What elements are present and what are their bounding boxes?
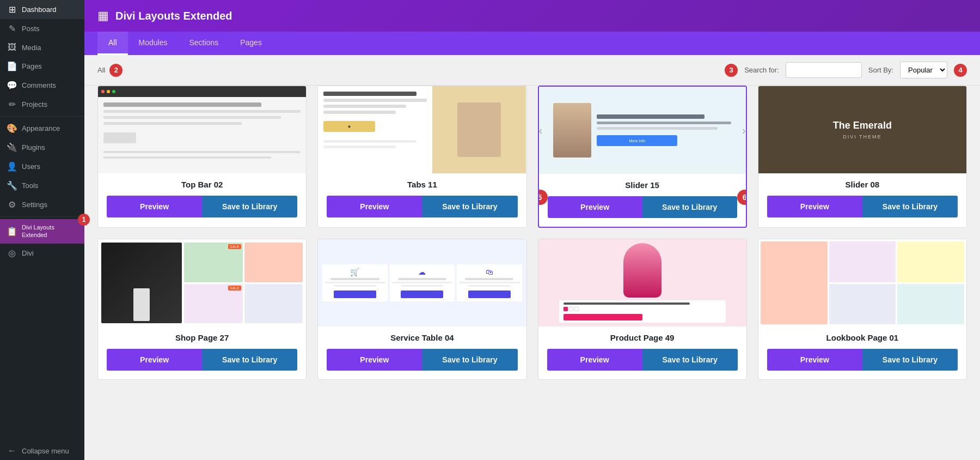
card-thumb-emerald: The Emerald DIVI THEME	[758, 86, 966, 173]
save-button-product49[interactable]: Save to Library	[642, 349, 738, 371]
card-actions-topbar: Preview Save to Library	[98, 196, 306, 226]
sidebar-item-divi-layouts-extended[interactable]: 📋 Divi Layouts Extended 1	[0, 219, 84, 244]
tab-sections[interactable]: Sections	[178, 32, 229, 55]
collapse-icon: ←	[7, 446, 17, 456]
card-thumb-shop: SALE SALE	[98, 239, 306, 326]
tab-modules[interactable]: Modules	[128, 32, 179, 55]
posts-icon: ✎	[7, 23, 17, 34]
plugin-header: ▦ Divi Layouts Extended	[84, 0, 980, 32]
sidebar-item-settings[interactable]: ⚙ Settings	[0, 195, 84, 214]
badge-1: 1	[78, 214, 90, 226]
save-button-topbar[interactable]: Save to Library	[202, 196, 297, 217]
sidebar-item-media[interactable]: 🖼 Media	[0, 38, 84, 57]
settings-icon: ⚙	[7, 199, 17, 210]
preview-button-lookbook01[interactable]: Preview	[767, 349, 862, 371]
filter-all-label[interactable]: All	[97, 66, 105, 74]
tab-pages[interactable]: Pages	[229, 32, 273, 55]
preview-button-service04[interactable]: Preview	[327, 349, 422, 371]
users-icon: 👤	[7, 161, 17, 172]
card-product-page-49: Product Page 49 Preview Save to Library	[538, 239, 747, 380]
dashboard-icon: ⊞	[7, 4, 17, 15]
card-tabs-11: ★ Tabs 11 Preview Save to Library	[317, 86, 526, 228]
sidebar-item-tools[interactable]: 🔧 Tools	[0, 176, 84, 195]
save-button-lookbook01[interactable]: Save to Library	[862, 349, 958, 371]
save-button-slider08[interactable]: Save to Library	[862, 196, 958, 217]
main-content: ▦ Divi Layouts Extended All Modules Sect…	[84, 0, 980, 460]
sidebar-item-projects[interactable]: ✏ Projects	[0, 95, 84, 114]
sort-label: Sort By:	[868, 66, 893, 74]
save-button-service04[interactable]: Save to Library	[422, 349, 517, 371]
card-title-tabs: Tabs 11	[318, 173, 526, 196]
sidebar-item-label: Divi Layouts Extended	[22, 223, 78, 239]
card-actions-tabs: Preview Save to Library	[318, 196, 526, 226]
preview-button-slider08[interactable]: Preview	[767, 196, 862, 217]
card-thumb-topbar	[98, 86, 306, 173]
card-shop-page-27: SALE SALE Shop Page 27	[97, 239, 307, 380]
cards-area: Top Bar 02 Preview Save to Library	[84, 86, 980, 460]
plugin-header-icon: ▦	[97, 9, 109, 23]
sidebar-item-comments[interactable]: 💬 Comments	[0, 76, 84, 95]
card-slider-15: ‹ More Info › Slider 1	[538, 86, 747, 228]
sidebar-item-label: Settings	[22, 201, 47, 209]
sidebar-item-pages[interactable]: 📄 Pages	[0, 57, 84, 76]
card-thumb-product	[538, 239, 746, 326]
card-actions-lookbook01: Preview Save to Library	[758, 349, 966, 379]
plugin-header-title: Divi Layouts Extended	[115, 10, 232, 22]
save-button-shop27[interactable]: Save to Library	[202, 349, 297, 371]
sidebar: ⊞ Dashboard ✎ Posts 🖼 Media 📄 Pages 💬 Co…	[0, 0, 84, 460]
card-title-lookbook01: Lookbook Page 01	[758, 326, 966, 349]
sidebar-item-label: Tools	[22, 181, 38, 190]
emerald-title: The Emerald	[833, 120, 892, 131]
card-title-slider08: Slider 08	[758, 173, 966, 196]
sidebar-item-label: Comments	[22, 81, 56, 89]
card-thumb-tabs: ★	[318, 86, 526, 173]
card-title-slider15: Slider 15	[539, 174, 746, 196]
save-button-slider15[interactable]: Save to Library	[642, 196, 737, 218]
divi-layouts-icon: 📋	[7, 226, 17, 237]
sidebar-item-users[interactable]: 👤 Users	[0, 157, 84, 176]
card-thumb-service: 🛒 ☁	[318, 239, 526, 326]
sidebar-item-label: Projects	[22, 100, 47, 108]
comments-icon: 💬	[7, 80, 17, 90]
sidebar-item-collapse[interactable]: ← Collapse menu	[0, 441, 84, 460]
sidebar-item-label: Appearance	[22, 124, 60, 132]
badge-4: 4	[954, 64, 967, 77]
card-title-shop27: Shop Page 27	[98, 326, 306, 349]
badge-3: 3	[725, 64, 738, 77]
card-title-service04: Service Table 04	[318, 326, 526, 349]
sidebar-item-plugins[interactable]: 🔌 Plugins	[0, 138, 84, 157]
sidebar-item-label: Dashboard	[22, 5, 57, 14]
card-top-bar-02: Top Bar 02 Preview Save to Library	[97, 86, 307, 228]
search-input[interactable]	[786, 62, 862, 78]
badge-5: 5	[538, 190, 548, 205]
card-title-product49: Product Page 49	[538, 326, 746, 349]
sidebar-item-dashboard[interactable]: ⊞ Dashboard	[0, 0, 84, 19]
sidebar-item-appearance[interactable]: 🎨 Appearance	[0, 119, 84, 138]
card-thumb-slider: ‹ More Info ›	[539, 87, 746, 174]
card-title-topbar: Top Bar 02	[98, 173, 306, 196]
preview-button-tabs[interactable]: Preview	[327, 196, 422, 217]
preview-button-topbar[interactable]: Preview	[107, 196, 202, 217]
card-service-table-04: 🛒 ☁	[317, 239, 526, 380]
preview-button-slider15[interactable]: Preview	[548, 196, 642, 218]
media-icon: 🖼	[7, 43, 17, 52]
divi-icon: ◎	[7, 248, 17, 258]
nav-tabs: All Modules Sections Pages	[84, 32, 980, 55]
search-label: Search for:	[744, 66, 779, 74]
sort-select[interactable]: Popular Newest Oldest	[900, 62, 947, 78]
badge-2: 2	[109, 64, 122, 77]
card-actions-slider15: 5 Preview Save to Library 6	[539, 196, 746, 227]
sidebar-item-label: Pages	[22, 62, 42, 70]
save-button-tabs[interactable]: Save to Library	[422, 196, 517, 217]
appearance-icon: 🎨	[7, 123, 17, 134]
card-lookbook-page-01: Lookbook Page 01 Preview Save to Library	[758, 239, 967, 380]
sidebar-item-label: Users	[22, 162, 40, 171]
sidebar-item-label: Divi	[22, 249, 34, 257]
tab-all[interactable]: All	[97, 32, 128, 55]
preview-button-product49[interactable]: Preview	[547, 349, 642, 371]
card-actions-slider08: Preview Save to Library	[758, 196, 966, 226]
card-actions-shop27: Preview Save to Library	[98, 349, 306, 379]
sidebar-item-divi[interactable]: ◎ Divi	[0, 244, 84, 263]
sidebar-item-posts[interactable]: ✎ Posts	[0, 19, 84, 38]
preview-button-shop27[interactable]: Preview	[107, 349, 202, 371]
